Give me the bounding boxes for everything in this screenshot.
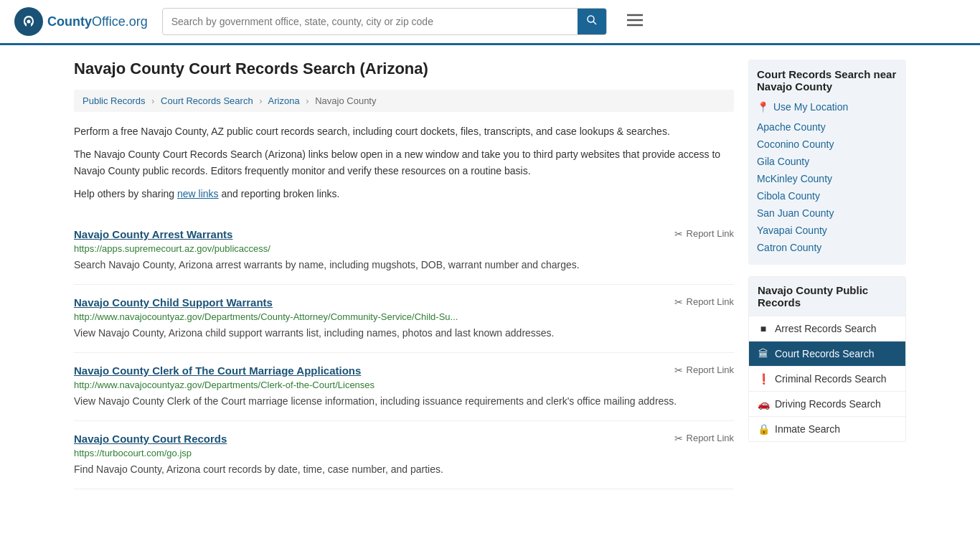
logo-icon xyxy=(14,7,43,36)
report-link-1[interactable]: ✂ Report Link xyxy=(674,296,734,308)
sidebar-record-court[interactable]: 🏛 Court Records Search xyxy=(749,341,905,366)
result-url-3[interactable]: https://turbocourt.com/go.jsp xyxy=(74,448,734,458)
sidebar-link-catron-county[interactable]: Catron County xyxy=(757,239,897,256)
sidebar-link-apache-county[interactable]: Apache County xyxy=(757,118,897,136)
result-title-0[interactable]: Navajo County Arrest Warrants xyxy=(74,228,232,240)
sidebar-record-arrest[interactable]: ■ Arrest Records Search xyxy=(749,316,905,341)
sidebar-link-san-juan-county[interactable]: San Juan County xyxy=(757,204,897,222)
new-links-link[interactable]: new links xyxy=(177,188,219,199)
report-icon-1: ✂ xyxy=(674,296,683,308)
svg-line-3 xyxy=(593,22,596,24)
sidebar-record-driving[interactable]: 🚗 Driving Records Search xyxy=(749,391,905,416)
breadcrumb-sep-3: › xyxy=(306,95,308,106)
search-input[interactable] xyxy=(163,10,578,33)
breadcrumb-arizona[interactable]: Arizona xyxy=(268,95,300,106)
share-text: Help others by sharing new links and rep… xyxy=(74,186,734,202)
report-link-2[interactable]: ✂ Report Link xyxy=(674,364,734,376)
logo-text: CountyOffice.org xyxy=(47,14,148,29)
result-title-3[interactable]: Navajo County Court Records xyxy=(74,433,227,445)
breadcrumb-sep-1: › xyxy=(151,95,154,106)
svg-point-1 xyxy=(27,20,31,24)
report-link-0[interactable]: ✂ Report Link xyxy=(674,228,734,240)
result-title-2[interactable]: Navajo County Clerk of The Court Marriag… xyxy=(74,364,361,377)
sidebar-public-records-section: Navajo County Public Records ■ Arrest Re… xyxy=(748,276,906,442)
sidebar-public-records-title: Navajo County Public Records xyxy=(749,277,905,316)
sidebar-link-mckinley-county[interactable]: McKinley County xyxy=(757,170,897,187)
sidebar-link-yavapai-county[interactable]: Yavapai County xyxy=(757,222,897,239)
driving-records-icon: 🚗 xyxy=(758,398,769,410)
logo[interactable]: CountyOffice.org xyxy=(14,7,148,36)
sidebar-link-cibola-county[interactable]: Cibola County xyxy=(757,187,897,204)
result-url-2[interactable]: http://www.navajocountyaz.gov/Department… xyxy=(74,380,734,390)
sidebar-link-gila-county[interactable]: Gila County xyxy=(757,153,897,170)
location-pin-icon: 📍 xyxy=(757,101,769,113)
breadcrumb-sep-2: › xyxy=(259,95,262,106)
result-title-1[interactable]: Navajo County Child Support Warrants xyxy=(74,296,273,309)
results-list: Navajo County Arrest Warrants ✂ Report L… xyxy=(74,217,734,489)
result-desc-1: View Navajo County, Arizona child suppor… xyxy=(74,326,734,341)
menu-button[interactable] xyxy=(621,9,649,34)
header: CountyOffice.org xyxy=(0,0,980,45)
description-1: Perform a free Navajo County, AZ public … xyxy=(74,123,734,139)
inmate-search-icon: 🔒 xyxy=(758,423,769,435)
sidebar-nearby-title: Court Records Search near Navajo County xyxy=(757,68,897,93)
result-url-0[interactable]: https://apps.supremecourt.az.gov/publica… xyxy=(74,243,734,254)
sidebar-record-inmate[interactable]: 🔒 Inmate Search xyxy=(749,416,905,441)
svg-point-2 xyxy=(588,16,594,22)
result-item-2: Navajo County Clerk of The Court Marriag… xyxy=(74,353,734,421)
result-desc-2: View Navajo County Clerk of the Court ma… xyxy=(74,394,734,409)
report-icon-2: ✂ xyxy=(674,364,683,376)
sidebar-record-criminal[interactable]: ❗ Criminal Records Search xyxy=(749,366,905,391)
sidebar-nearby-section: Court Records Search near Navajo County … xyxy=(748,60,906,265)
report-link-3[interactable]: ✂ Report Link xyxy=(674,433,734,444)
court-records-icon: 🏛 xyxy=(758,348,769,359)
use-my-location-link[interactable]: 📍 Use My Location xyxy=(757,101,897,113)
breadcrumb: Public Records › Court Records Search › … xyxy=(74,90,734,112)
result-url-1[interactable]: http://www.navajocountyaz.gov/Department… xyxy=(74,311,734,322)
main-container: Navajo County Court Records Search (Ariz… xyxy=(60,45,920,504)
report-icon-0: ✂ xyxy=(674,228,683,240)
sidebar: Court Records Search near Navajo County … xyxy=(748,60,906,489)
breadcrumb-court-records-search[interactable]: Court Records Search xyxy=(161,95,253,106)
breadcrumb-navajo-county: Navajo County xyxy=(315,95,376,106)
result-item-3: Navajo County Court Records ✂ Report Lin… xyxy=(74,421,734,489)
result-desc-3: Find Navajo County, Arizona court record… xyxy=(74,462,734,477)
result-item-0: Navajo County Arrest Warrants ✂ Report L… xyxy=(74,217,734,285)
criminal-records-icon: ❗ xyxy=(758,373,769,385)
search-button[interactable] xyxy=(578,9,606,34)
content-area: Navajo County Court Records Search (Ariz… xyxy=(74,60,734,489)
report-icon-3: ✂ xyxy=(674,433,683,444)
page-title: Navajo County Court Records Search (Ariz… xyxy=(74,60,734,78)
description-2: The Navajo County Court Records Search (… xyxy=(74,146,734,179)
search-bar xyxy=(162,8,607,35)
sidebar-link-coconino-county[interactable]: Coconino County xyxy=(757,136,897,153)
result-item-1: Navajo County Child Support Warrants ✂ R… xyxy=(74,285,734,353)
breadcrumb-public-records[interactable]: Public Records xyxy=(83,95,145,106)
result-desc-0: Search Navajo County, Arizona arrest war… xyxy=(74,258,734,273)
arrest-records-icon: ■ xyxy=(758,323,769,334)
